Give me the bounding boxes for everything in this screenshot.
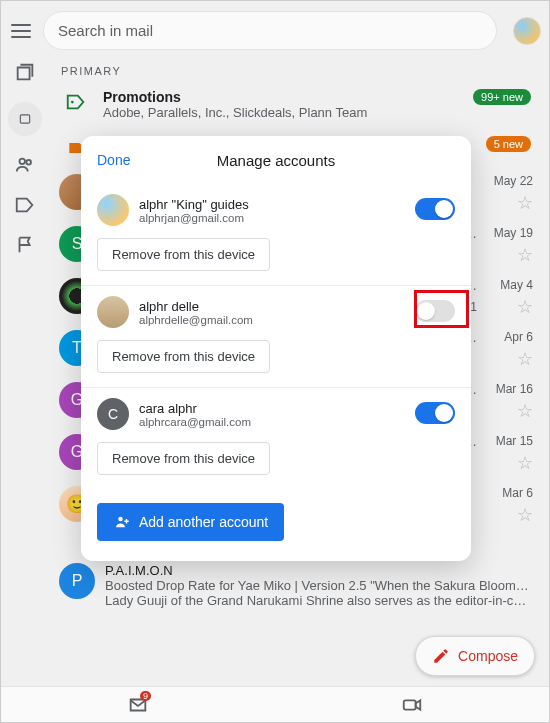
remove-account-button[interactable]: Remove from this device <box>97 340 270 373</box>
add-account-button[interactable]: Add another account <box>97 503 284 541</box>
account-email: alphrjan@gmail.com <box>139 212 249 224</box>
account-email: alphrdelle@gmail.com <box>139 314 253 326</box>
account-name: cara alphr <box>139 401 251 416</box>
account-toggle[interactable] <box>415 402 455 424</box>
account-row: alphr "King" guides alphrjan@gmail.com R… <box>81 184 471 286</box>
account-row: C cara alphr alphrcara@gmail.com Remove … <box>81 388 471 489</box>
annotation-highlight <box>414 290 469 328</box>
manage-accounts-modal: Done Manage accounts alphr "King" guides… <box>81 136 471 561</box>
account-email: alphrcara@gmail.com <box>139 416 251 428</box>
modal-title: Manage accounts <box>217 152 335 169</box>
add-account-label: Add another account <box>139 514 268 530</box>
remove-account-button[interactable]: Remove from this device <box>97 238 270 271</box>
account-avatar: C <box>97 398 129 430</box>
account-name: alphr delle <box>139 299 253 314</box>
done-button[interactable]: Done <box>97 152 130 168</box>
account-avatar <box>97 296 129 328</box>
remove-account-button[interactable]: Remove from this device <box>97 442 270 475</box>
account-toggle[interactable] <box>415 198 455 220</box>
svg-point-5 <box>118 517 123 522</box>
account-name: alphr "King" guides <box>139 197 249 212</box>
person-plus-icon <box>113 513 131 531</box>
account-row: alphr delle alphrdelle@gmail.com Remove … <box>81 286 471 388</box>
account-avatar <box>97 194 129 226</box>
